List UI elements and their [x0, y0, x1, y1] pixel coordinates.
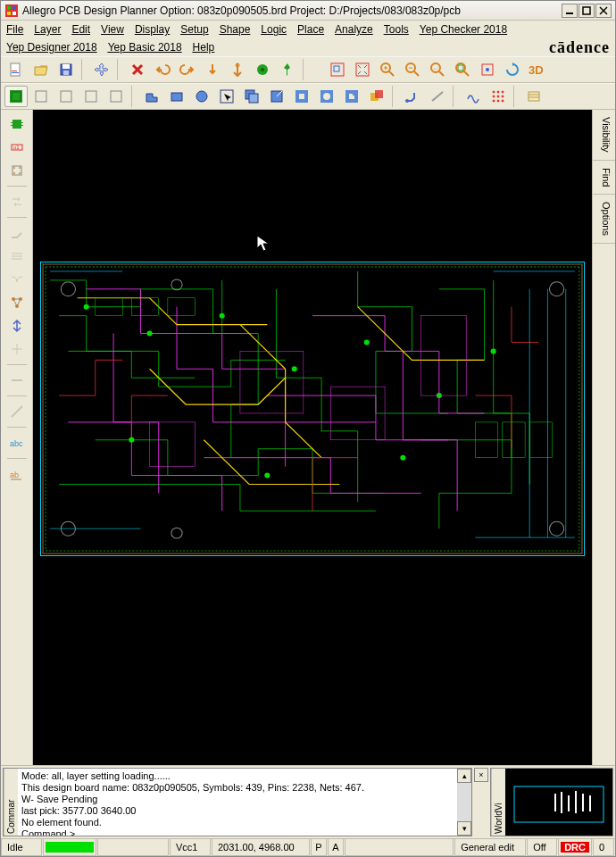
menu-view[interactable]: View	[101, 23, 124, 36]
scribble-button[interactable]	[462, 86, 485, 107]
minimize-button[interactable]	[562, 4, 578, 18]
text-button[interactable]: abc	[5, 432, 29, 453]
open-button[interactable]	[29, 59, 53, 80]
menu-yepchecker[interactable]: Yep Checker 2018	[420, 23, 507, 36]
zoom-center-button[interactable]	[476, 59, 499, 80]
shape-circle-button[interactable]	[190, 86, 213, 107]
diff-button[interactable]	[5, 269, 29, 290]
menu-display[interactable]: Display	[135, 23, 170, 36]
menu-edit[interactable]: Edit	[71, 23, 90, 36]
refresh-button[interactable]	[501, 59, 524, 80]
menu-shape[interactable]: Shape	[220, 23, 251, 36]
svg-rect-1	[7, 6, 11, 10]
svg-line-34	[464, 71, 469, 76]
new-button[interactable]	[4, 59, 28, 80]
command-log[interactable]: Mode: all, layer setting loading...... T…	[18, 769, 457, 836]
svg-rect-73	[11, 122, 12, 123]
line-button[interactable]	[5, 401, 29, 422]
svg-rect-125	[589, 795, 591, 811]
flag-button[interactable]	[251, 59, 274, 80]
tab-visibility[interactable]: Visibility	[593, 110, 615, 161]
component-button[interactable]: u1	[5, 137, 29, 158]
slide-button[interactable]	[426, 86, 449, 107]
menu-yepbasic[interactable]: Yep Basic 2018	[108, 41, 182, 54]
void-rect-button[interactable]	[290, 86, 313, 107]
anchor-button[interactable]	[226, 59, 249, 80]
menu-yepdesigner[interactable]: Yep Designer 2018	[6, 41, 97, 54]
cmd-close[interactable]: ×	[474, 768, 488, 836]
svg-point-66	[493, 100, 495, 102]
zoom-prev-button[interactable]: ←	[426, 59, 449, 80]
menu-layer[interactable]: Layer	[34, 23, 61, 36]
layer-3-button[interactable]	[104, 86, 128, 107]
net-sched-button[interactable]	[5, 292, 29, 313]
save-button[interactable]	[54, 59, 78, 80]
zoom-window-button[interactable]	[326, 59, 349, 80]
menu-logic[interactable]: Logic	[261, 23, 287, 36]
dim-button[interactable]: ab	[5, 463, 29, 485]
cmd-scrollbar[interactable]: ▴ ▾	[457, 769, 471, 836]
layer-0-button[interactable]	[29, 86, 53, 107]
status-a[interactable]: A	[328, 839, 344, 856]
shape-edit-button[interactable]	[265, 86, 288, 107]
close-button[interactable]	[595, 4, 612, 18]
close-pane-icon[interactable]: ×	[474, 768, 488, 782]
svg-rect-50	[271, 91, 282, 102]
menu-tools[interactable]: Tools	[384, 23, 409, 36]
ruler-down-button[interactable]	[201, 59, 224, 80]
undo-button[interactable]	[151, 59, 174, 80]
fanout-button[interactable]	[5, 315, 29, 337]
shape-merge-button[interactable]	[365, 86, 388, 107]
void-poly-button[interactable]	[340, 86, 363, 107]
menu-place[interactable]: Place	[297, 23, 324, 36]
layer-1-button[interactable]	[54, 86, 78, 107]
status-progress	[43, 839, 96, 856]
layer-2-button[interactable]	[79, 86, 103, 107]
command-pane: Commar Mode: all, layer setting loading.…	[3, 768, 472, 836]
spread-button[interactable]	[5, 338, 29, 360]
tab-options[interactable]: Options	[593, 195, 615, 244]
tab-find[interactable]: Find	[593, 161, 615, 195]
placement-button[interactable]	[5, 113, 29, 135]
status-p[interactable]: P	[311, 839, 327, 856]
scroll-track[interactable]	[457, 783, 471, 821]
route-button[interactable]	[401, 86, 424, 107]
show-all-button[interactable]	[4, 86, 28, 107]
bus-button[interactable]	[5, 245, 29, 267]
zoom-out-button[interactable]	[401, 59, 424, 80]
cmd-prompt[interactable]: Command >	[21, 828, 454, 836]
svg-point-99	[129, 437, 134, 443]
scroll-down-icon[interactable]: ▾	[457, 821, 471, 836]
pushpin-button[interactable]	[276, 59, 299, 80]
design-canvas[interactable]	[33, 110, 592, 765]
copy-shape-button[interactable]	[240, 86, 263, 107]
route-tool-button[interactable]	[5, 222, 29, 244]
menu-file[interactable]: File	[6, 23, 23, 36]
slide-tool-button[interactable]	[5, 370, 29, 391]
3d-button[interactable]: 3D	[526, 59, 549, 80]
cancel-button[interactable]	[126, 59, 149, 80]
cmd-line: last pick: 3577.00 3640.00	[21, 805, 454, 817]
void-circle-button[interactable]	[315, 86, 338, 107]
shape-rect-button[interactable]	[165, 86, 188, 107]
grid-button[interactable]	[487, 86, 510, 107]
scroll-up-icon[interactable]: ▴	[457, 769, 471, 783]
minimap[interactable]	[505, 769, 612, 836]
move-button[interactable]	[90, 59, 113, 80]
toolbar-file: ← 3D	[1, 56, 615, 83]
swap-button[interactable]	[5, 191, 29, 212]
menu-setup[interactable]: Setup	[180, 23, 208, 36]
brd-button[interactable]	[522, 86, 545, 107]
zoom-in-button[interactable]	[376, 59, 399, 80]
maximize-button[interactable]	[579, 4, 595, 18]
redo-button[interactable]	[176, 59, 199, 80]
shape-poly-button[interactable]	[140, 86, 163, 107]
menu-help[interactable]: Help	[193, 41, 215, 54]
pins-button[interactable]	[5, 160, 29, 181]
shape-select-button[interactable]	[215, 86, 238, 107]
svg-point-64	[497, 96, 499, 97]
status-drc[interactable]: DRC	[558, 839, 592, 856]
zoom-fit-button[interactable]	[351, 59, 374, 80]
menu-analyze[interactable]: Analyze	[335, 23, 373, 36]
zoom-region-button[interactable]	[451, 59, 474, 80]
